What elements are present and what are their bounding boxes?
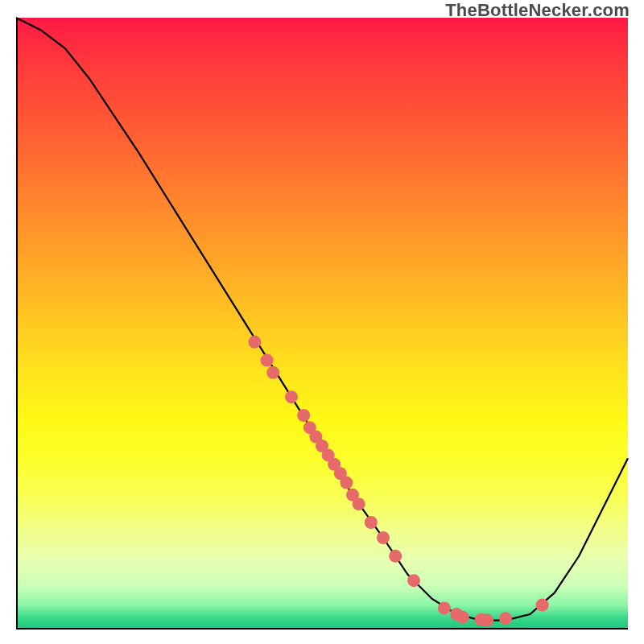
data-point — [285, 390, 298, 403]
data-point — [248, 336, 261, 349]
bottleneck-curve — [16, 18, 628, 621]
data-point — [297, 409, 310, 422]
data-point — [481, 614, 493, 627]
data-point — [499, 612, 512, 625]
data-point — [536, 599, 549, 612]
watermark-text: TheBottleNecker.com — [445, 0, 630, 21]
data-point — [365, 516, 378, 529]
data-point — [266, 366, 279, 379]
data-point — [389, 550, 402, 563]
data-point — [456, 611, 469, 624]
chart-svg — [16, 18, 628, 630]
data-point — [438, 601, 451, 614]
data-point — [261, 354, 274, 367]
data-points — [248, 336, 548, 627]
data-point — [340, 477, 353, 489]
data-point — [407, 574, 420, 587]
data-point — [353, 497, 365, 510]
data-point — [377, 531, 390, 544]
chart-container: TheBottleNecker.com — [0, 0, 644, 644]
